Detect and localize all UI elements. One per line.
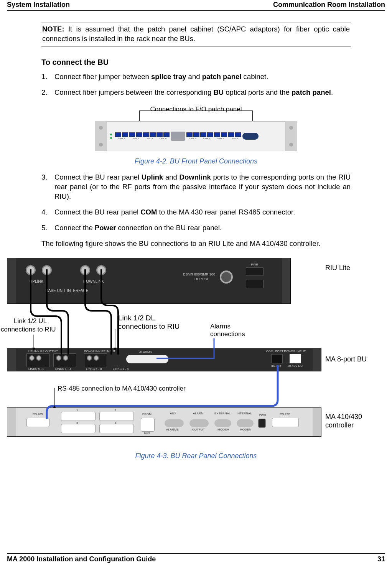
page-footer: MA 2000 Installation and Configuration G… — [7, 553, 385, 563]
section-heading: To connect the BU — [41, 57, 351, 68]
t: and — [163, 173, 179, 181]
figure-bu-front-panel: Connections to F/O patch panel LINK 1 LI… — [95, 105, 297, 151]
b: patch panel — [202, 73, 242, 81]
t: and — [186, 73, 202, 81]
link-label: LINK 4 — [160, 137, 166, 140]
rack-ear-left — [95, 121, 107, 151]
ctrl-mod1: MODEM — [217, 428, 229, 432]
step-number: 4. — [41, 208, 54, 217]
step-number: 2. — [41, 88, 54, 97]
label-dl2: connections to RIU — [118, 322, 180, 332]
bu-alarms-port — [126, 355, 168, 363]
ctrl-bus: BUS — [144, 432, 150, 436]
post-steps-paragraph: The following figure shows the BU connec… — [41, 239, 351, 249]
riu-duplex-label2: DUPLEX — [194, 277, 208, 281]
step-number: 1. — [41, 72, 54, 82]
bu-ulout-label: UPLINK RF OUTPUT — [28, 350, 58, 354]
t: Connect the BU rear panel — [54, 208, 140, 216]
header-left: System Installation — [7, 1, 70, 9]
b: Downlink — [180, 173, 211, 181]
riu-rs485 — [246, 280, 264, 288]
label-rs485: RS-485 connection to MA 410/430 controll… — [58, 384, 186, 393]
step-2: 2. Connect fiber jumpers between the cor… — [41, 88, 351, 97]
status-leds — [109, 134, 114, 139]
t: Connect fiber jumpers between the corres… — [54, 88, 213, 96]
bu-pw-label2: 20-48V DC — [287, 364, 303, 368]
b: splice tray — [151, 73, 186, 81]
ctrl-pwr: PWR — [259, 413, 266, 417]
link-label: LINK 3 — [146, 137, 153, 140]
ctrl-aux: AUX — [170, 412, 176, 416]
riu-downlink-label: DOWNLINK — [83, 279, 104, 284]
bu-l58a: LINKS 5 - 8 — [28, 367, 44, 371]
step-5: 5. Connect the Power connection on the B… — [41, 223, 351, 233]
side-label-riu: RIU Lite — [325, 263, 350, 272]
step-1: 1. Connect fiber jumper between splice t… — [41, 72, 351, 82]
side-label-ctrl2: controller — [325, 421, 354, 430]
t: optical ports and the — [224, 88, 292, 96]
label-alarm2: connections — [210, 330, 245, 339]
bu-l14b: LINKS 1 - 4 — [113, 367, 128, 371]
bu-device: UPLINK RF OUTPUT DOWNLINK RF INPUT LINKS… — [7, 348, 321, 371]
step-number: 5. — [41, 223, 54, 233]
page-header: System Installation Communication Room I… — [7, 0, 385, 11]
bu-power-port — [290, 354, 301, 363]
riu-duplex-port — [220, 271, 233, 284]
side-label-ctrl1: MA 410/430 — [325, 412, 362, 421]
step-number: 3. — [41, 173, 54, 201]
bu-com-label2: RS-485 — [271, 364, 281, 368]
ctrl-extm: EXTERNAL — [214, 412, 231, 416]
footer-left: MA 2000 Installation and Configuration G… — [7, 555, 156, 563]
bu-l58b: LINKS 5 - 8 — [86, 367, 102, 371]
bu-pw-label1: POWER INPUT — [284, 350, 306, 354]
t: Connect the — [54, 224, 95, 232]
riu-bui-label: BASE UNIT INTERFACE — [46, 288, 89, 294]
side-label-bu: MA 8-port BU — [325, 355, 367, 364]
bu-com-label1: COM. PORT — [266, 350, 283, 354]
header-right: Communication Room Installation — [273, 1, 385, 9]
b: COM — [140, 208, 157, 216]
step-3: 3. Connect the BU rear panel Uplink and … — [41, 173, 351, 201]
link-label: LINK 7 — [217, 137, 224, 140]
ctrl-rs232: RS 232 — [280, 412, 290, 417]
t: Connect the BU rear panel — [54, 173, 142, 181]
bu-alarms-label: ALARMS — [139, 350, 152, 355]
t: cabinet. — [241, 73, 268, 81]
ctrl-alarms: ALARMS — [166, 428, 179, 432]
bu-com-port — [271, 354, 283, 363]
ctrl-n2: 2 — [115, 409, 116, 413]
t: connection on the BU rear panel. — [116, 224, 222, 232]
figure-caption-2: Figure 4-3. BU Rear Panel Connections — [41, 451, 351, 460]
ctrl-n4: 4 — [115, 421, 116, 426]
b: patch panel — [292, 88, 331, 96]
bu-l14a: LINKS 1 - 4 — [55, 367, 71, 371]
note-box: NOTE: It is assumed that the patch panel… — [41, 23, 351, 46]
riu-device: UPLINK DOWNLINK BASE UNIT INTERFACE ESMR… — [7, 258, 291, 304]
ctrl-aout: ALARM — [193, 412, 204, 416]
fig1-callout: Connections to F/O patch panel — [95, 105, 297, 114]
b: Power — [95, 224, 116, 232]
ctrl-mod2: MODEM — [240, 428, 252, 432]
note-text: It is assumed that the patch panel cabin… — [42, 25, 350, 43]
link-label: LINK 1 — [118, 137, 125, 140]
ctrl-n1: 1 — [76, 409, 78, 413]
ctrl-intm: INTERNAL — [237, 412, 252, 416]
ctrl-prom: PROM — [142, 412, 152, 417]
brand-logo — [242, 133, 259, 140]
t: Connect fiber jumper between — [54, 73, 151, 81]
step-4: 4. Connect the BU rear panel COM to the … — [41, 208, 351, 217]
riu-uplink-label: UPLINK — [30, 279, 43, 284]
ctrl-rs485: RS 485 — [33, 412, 43, 417]
riu-pwr — [246, 267, 264, 276]
controller-device: RS 485 1 2 3 4 PROM BUS AUX ALARMS ALARM… — [7, 407, 321, 437]
label-ul2: connections to RIU — [1, 325, 56, 334]
ctrl-out: OUTPUT — [192, 428, 205, 432]
link-label: LINK 2 — [132, 137, 139, 140]
note-label: NOTE: — [42, 25, 64, 33]
link-label: LINK 5 — [189, 137, 196, 140]
figure-caption-1: Figure 4-2. BU Front Panel Connections — [41, 157, 351, 166]
ctrl-n3: 3 — [76, 421, 78, 426]
b: Uplink — [142, 173, 163, 181]
footer-right: 31 — [377, 555, 385, 563]
link-label: LINK 8 — [231, 137, 238, 140]
